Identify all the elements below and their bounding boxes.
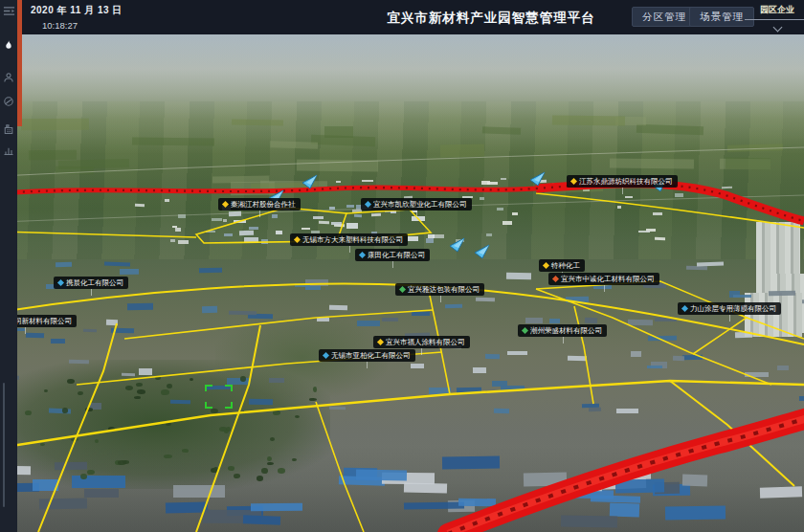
label-stem [622,188,623,194]
map-label[interactable]: 宜兴雅达包装有限公司 [395,283,484,296]
label-icon [681,305,688,312]
globe-icon[interactable] [0,93,17,110]
current-time: 10:18:27 [42,20,123,31]
label-stem [91,289,92,296]
label-stem [259,211,260,217]
user-icon[interactable] [0,69,17,86]
label-icon [323,352,329,359]
map-label[interactable]: 宜兴市福人涂料有限公司 [373,336,470,348]
label-stem [25,327,26,334]
label-stem [416,211,417,217]
label-text: 无锡市方大来塑料科技有限公司 [302,235,403,244]
topbar: 2020 年 11 月 13 日 10:18:27 宜兴市新材料产业园智慧管理平… [17,0,804,34]
page-title: 宜兴市新材料产业园智慧管理平台 [387,10,595,27]
map-label[interactable]: 无锡市方大来塑料科技有限公司 [290,233,408,246]
flame-icon[interactable] [0,36,17,54]
label-stem [421,348,422,355]
map-label[interactable]: 秦湘江村股份合作社 [218,198,301,211]
label-icon [294,236,301,243]
map-label[interactable]: 江苏永鼎源纺织科技有限公司 [567,175,678,188]
label-stem [392,261,393,268]
label-stem [604,285,605,292]
label-stem [440,296,441,302]
map-label[interactable]: 无锡市亚柏化工有限公司 [319,349,415,362]
label-icon [377,339,384,345]
label-icon [522,327,528,334]
dropdown-label: 园区企业 [745,2,804,19]
labels-layer: 秦湘江村股份合作社宜兴市凯欣塑业化工有限公司江苏永鼎源纺织科技有限公司无锡市方大… [0,34,804,532]
datetime: 2020 年 11 月 13 日 10:18:27 [31,4,123,31]
map-label[interactable]: 潮州荣盛材料有限公司 [518,324,607,337]
label-icon [570,178,577,185]
label-stem [563,337,564,344]
label-stem [349,246,350,253]
accent-strip [17,0,22,126]
label-text: 康田化工有限公司 [368,251,425,259]
label-text: 特种化工 [551,261,580,270]
map-label[interactable]: 宜兴市凯欣塑业化工有限公司 [361,198,472,211]
label-text: 携晨化工有限公司 [66,278,123,287]
label-icon [552,276,559,282]
label-icon [222,201,229,208]
park-enterprise-dropdown[interactable]: 园区企业 [745,2,804,31]
current-date: 2020 年 11 月 13 日 [31,4,123,17]
sidebar [0,0,17,532]
label-icon [57,279,64,286]
label-icon [365,201,371,208]
label-text: 宜兴雅达包装有限公司 [408,285,480,294]
label-text: 力山涂层专用薄膜有限公司 [690,304,776,313]
label-text: 潮州荣盛材料有限公司 [530,326,602,335]
label-stem [729,315,730,321]
label-icon [543,262,549,269]
factory-icon[interactable] [0,121,17,138]
label-text: 宜兴市福人涂料有限公司 [386,338,465,346]
map-label[interactable]: 康田化工有限公司 [355,249,430,261]
map-label[interactable]: 宜兴市中诚化工材料有限公司 [548,273,659,285]
chart-icon[interactable] [0,142,17,159]
map-label[interactable]: 携晨化工有限公司 [54,277,128,289]
map-viewport[interactable]: 秦湘江村股份合作社宜兴市凯欣塑业化工有限公司江苏永鼎源纺织科技有限公司无锡市方大… [0,34,804,532]
label-text: 江苏永鼎源纺织科技有限公司 [579,177,673,186]
app-root: 2020 年 11 月 13 日 10:18:27 宜兴市新材料产业园智慧管理平… [0,0,804,532]
map-label[interactable]: 特种化工 [539,259,585,272]
label-stem [367,362,368,368]
label-icon [359,252,366,258]
label-text: 无锡市亚柏化工有限公司 [331,351,411,360]
label-icon [399,286,406,293]
chevron-down-icon [772,23,782,33]
map-label[interactable]: 力山涂层专用薄膜有限公司 [678,302,781,315]
label-text: 宜兴市中诚化工材料有限公司 [561,275,655,283]
sidebar-scrollbar[interactable] [3,383,5,507]
menu-icon[interactable] [0,2,17,19]
label-text: 秦湘江村股份合作社 [231,200,296,209]
divider [745,19,804,20]
zone-management-button[interactable]: 分区管理 [632,7,697,27]
label-text: 宜兴市凯欣塑业化工有限公司 [373,200,467,209]
